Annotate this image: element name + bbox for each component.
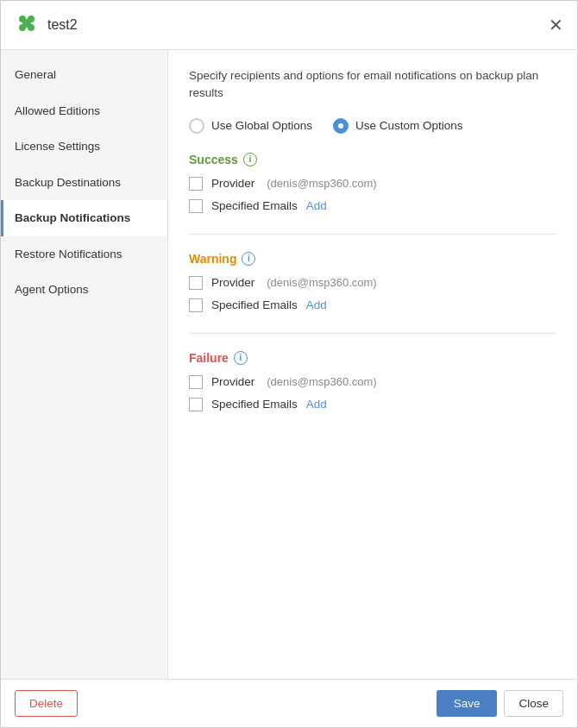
svg-point-4 (22, 19, 31, 28)
radio-circle-global (189, 118, 204, 134)
success-add-link[interactable]: Add (306, 199, 327, 212)
failure-provider-email: (denis@msp360.com) (267, 375, 376, 388)
success-provider-checkbox[interactable] (189, 177, 203, 191)
success-title-text: Success (189, 153, 238, 166)
failure-title-text: Failure (189, 351, 229, 365)
warning-provider-label: Provider (211, 276, 254, 289)
section-title-success: Success i (189, 153, 556, 166)
delete-button[interactable]: Delete (15, 690, 78, 717)
radio-global-options[interactable]: Use Global Options (189, 118, 312, 134)
radio-global-label: Use Global Options (211, 119, 312, 132)
page-description: Specify recipients and options for email… (189, 67, 556, 103)
close-icon[interactable]: ✕ (549, 16, 563, 34)
radio-custom-options[interactable]: Use Custom Options (333, 118, 463, 134)
radio-circle-custom (333, 118, 349, 134)
failure-specified-emails-row: Specified Emails Add (189, 398, 556, 411)
warning-specified-emails-checkbox[interactable] (189, 298, 203, 312)
failure-provider-row: Provider (denis@msp360.com) (189, 375, 556, 389)
success-provider-row: Provider (denis@msp360.com) (189, 177, 556, 191)
failure-specified-emails-checkbox[interactable] (189, 398, 203, 411)
section-warning: Warning i Provider (denis@msp360.com) Sp… (189, 252, 556, 312)
warning-provider-email: (denis@msp360.com) (267, 276, 376, 289)
sidebar: General Allowed Editions License Setting… (1, 50, 168, 679)
section-title-warning: Warning i (189, 252, 556, 266)
success-specified-emails-label: Specified Emails (211, 199, 298, 212)
divider-success-warning (189, 234, 556, 235)
sidebar-item-backup-notifications[interactable]: Backup Notifications (1, 200, 167, 236)
close-button[interactable]: Close (504, 690, 563, 717)
success-specified-emails-checkbox[interactable] (189, 199, 203, 213)
failure-add-link[interactable]: Add (306, 398, 327, 411)
save-button[interactable]: Save (437, 690, 498, 717)
section-success: Success i Provider (denis@msp360.com) Sp… (189, 153, 556, 213)
success-provider-label: Provider (211, 177, 254, 190)
footer-right-actions: Save Close (437, 690, 563, 717)
failure-specified-emails-label: Specified Emails (211, 398, 298, 411)
modal-title: test2 (47, 17, 549, 33)
sidebar-item-general[interactable]: General (1, 57, 167, 93)
radio-group: Use Global Options Use Custom Options (189, 118, 556, 134)
sidebar-item-license-settings[interactable]: License Settings (1, 129, 167, 165)
failure-provider-label: Provider (211, 375, 254, 388)
info-icon-warning[interactable]: i (242, 252, 255, 266)
radio-custom-label: Use Custom Options (355, 119, 463, 132)
main-content: Specify recipients and options for email… (168, 50, 577, 679)
sidebar-item-backup-destinations[interactable]: Backup Destinations (1, 165, 167, 201)
modal-body: General Allowed Editions License Setting… (1, 50, 577, 679)
sidebar-item-restore-notifications[interactable]: Restore Notifications (1, 236, 167, 273)
sidebar-item-agent-options[interactable]: Agent Options (1, 272, 167, 308)
warning-add-link[interactable]: Add (306, 298, 327, 311)
success-provider-email: (denis@msp360.com) (267, 177, 376, 190)
warning-specified-emails-label: Specified Emails (211, 298, 298, 311)
warning-provider-checkbox[interactable] (189, 276, 203, 290)
success-specified-emails-row: Specified Emails Add (189, 199, 556, 213)
warning-title-text: Warning (189, 252, 236, 266)
section-title-failure: Failure i (189, 351, 556, 365)
sidebar-item-allowed-editions[interactable]: Allowed Editions (1, 93, 167, 129)
warning-provider-row: Provider (denis@msp360.com) (189, 276, 556, 290)
info-icon-success[interactable]: i (243, 153, 257, 166)
modal-footer: Delete Save Close (1, 679, 577, 727)
modal-container: test2 ✕ General Allowed Editions License… (0, 0, 578, 728)
section-failure: Failure i Provider (denis@msp360.com) Sp… (189, 351, 556, 411)
failure-provider-checkbox[interactable] (189, 375, 203, 389)
info-icon-failure[interactable]: i (234, 351, 248, 365)
divider-warning-failure (189, 333, 556, 334)
app-logo (15, 13, 39, 37)
warning-specified-emails-row: Specified Emails Add (189, 298, 556, 312)
modal-header: test2 ✕ (1, 1, 577, 50)
